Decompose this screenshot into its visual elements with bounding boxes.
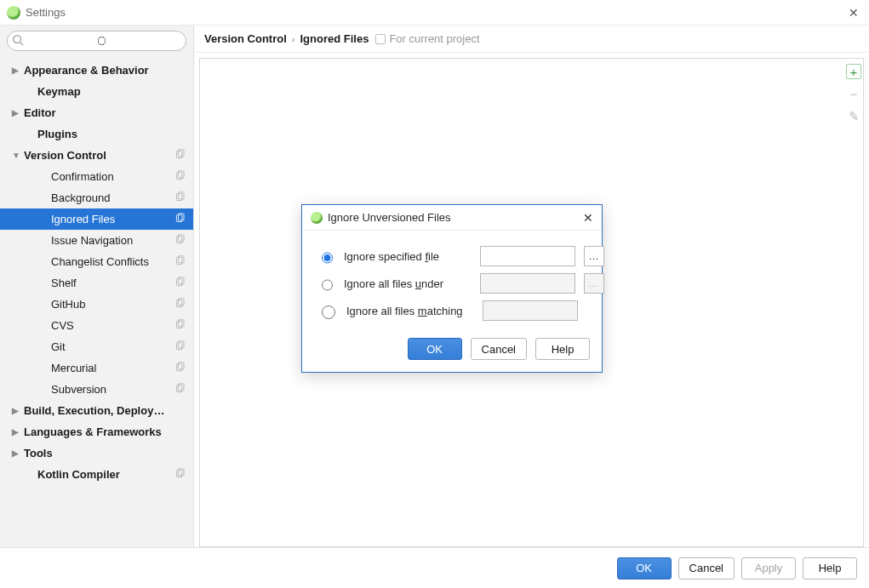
field-ignore-matching (483, 300, 578, 321)
tree-item-label: Editor (24, 106, 171, 119)
label-ignore-matching: Ignore all files matching (346, 305, 474, 317)
radio-ignore-all-under[interactable] (322, 278, 333, 292)
settings-button-bar: OK Cancel Apply Help (0, 547, 869, 588)
svg-line-1 (20, 43, 24, 46)
tree-item-label: Kotlin Compiler (37, 468, 171, 481)
tree-item-languages-frameworks[interactable]: ▶Languages & Frameworks (0, 421, 193, 442)
tree-item-label: GitHub (51, 298, 171, 311)
close-icon[interactable]: ✕ (583, 211, 593, 225)
radio-ignore-specified-file[interactable] (322, 251, 333, 265)
copy-settings-icon[interactable] (174, 468, 186, 480)
remove-button: − (846, 86, 861, 101)
tree-item-tools[interactable]: ▶Tools (0, 442, 193, 464)
tree-item-version-control[interactable]: ▼Version Control (0, 145, 193, 166)
field-ignore-specified-file[interactable] (480, 246, 575, 266)
apply-button: Apply (741, 557, 796, 579)
tree-item-label: Plugins (37, 128, 171, 140)
scope-label: For current project (375, 32, 479, 45)
app-icon (7, 6, 20, 20)
copy-settings-icon[interactable] (174, 277, 186, 288)
breadcrumb: Version Control › Ignored Files For curr… (194, 26, 869, 53)
option-ignore-specified-file: Ignore specified file ... (317, 243, 588, 270)
chevron-right-icon[interactable]: ▶ (12, 66, 22, 75)
tree-item-label: Tools (24, 447, 171, 460)
chevron-right-icon[interactable]: ▶ (12, 108, 22, 117)
tree-item-appearance-behavior[interactable]: ▶Appearance & Behavior (0, 60, 193, 81)
dialog-cancel-button[interactable]: Cancel (471, 338, 527, 360)
dialog-help-button[interactable]: Help (535, 338, 590, 360)
tree-item-background[interactable]: Background (0, 187, 193, 208)
chevron-right-icon[interactable]: ▶ (12, 427, 22, 437)
option-ignore-all-under: Ignore all files under ... (317, 270, 588, 297)
svg-point-0 (14, 36, 21, 43)
label-ignore-specified-file: Ignore specified file (344, 250, 472, 263)
ok-button[interactable]: OK (617, 557, 672, 579)
chevron-right-icon: › (292, 34, 295, 44)
dialog-titlebar: Ignore Unversioned Files ✕ (302, 205, 602, 231)
tree-item-label: Ignored Files (51, 213, 171, 225)
tree-item-mercurial[interactable]: Mercurial (0, 357, 193, 379)
tree-item-ignored-files[interactable]: Ignored Files (0, 208, 193, 230)
settings-tree: ▶Appearance & BehaviorKeymap▶EditorPlugi… (0, 56, 193, 485)
copy-settings-icon[interactable] (174, 213, 186, 225)
chevron-right-icon[interactable]: ▶ (12, 448, 22, 458)
copy-settings-icon[interactable] (174, 191, 186, 203)
chevron-right-icon[interactable]: ▶ (12, 406, 22, 415)
help-button[interactable]: Help (803, 557, 857, 579)
copy-settings-icon[interactable] (174, 298, 186, 310)
add-button[interactable]: + (846, 64, 861, 79)
browse-specified-file-button[interactable]: ... (584, 246, 604, 266)
copy-settings-icon[interactable] (174, 340, 186, 352)
tree-item-label: Appearance & Behavior (24, 64, 171, 77)
project-scope-icon (375, 34, 386, 44)
tree-item-issue-navigation[interactable]: Issue Navigation (0, 230, 193, 251)
browse-all-under-button: ... (584, 273, 604, 294)
cancel-button[interactable]: Cancel (678, 557, 735, 579)
dialog-title: Ignore Unversioned Files (328, 211, 583, 224)
option-ignore-matching: Ignore all files matching (317, 297, 588, 324)
close-icon[interactable]: ✕ (845, 6, 862, 20)
chevron-down-icon[interactable]: ▼ (12, 151, 22, 160)
tree-item-label: Changelist Conflicts (51, 255, 171, 268)
tree-item-subversion[interactable]: Subversion (0, 379, 193, 400)
copy-settings-icon[interactable] (174, 362, 186, 374)
tree-item-git[interactable]: Git (0, 336, 193, 357)
settings-search-input[interactable] (7, 31, 186, 51)
copy-settings-icon[interactable] (174, 149, 186, 161)
tree-item-build-execution-deployment[interactable]: ▶Build, Execution, Deployment (0, 400, 193, 421)
tree-item-confirmation[interactable]: Confirmation (0, 166, 193, 187)
tree-item-editor[interactable]: ▶Editor (0, 102, 193, 123)
tree-item-cvs[interactable]: CVS (0, 315, 193, 336)
field-ignore-all-under (480, 273, 575, 294)
copy-settings-icon[interactable] (174, 383, 186, 395)
tree-item-label: Subversion (51, 383, 171, 396)
titlebar: Settings ✕ (0, 0, 869, 26)
tree-item-label: Shelf (51, 277, 171, 289)
tree-item-label: Issue Navigation (51, 234, 171, 247)
copy-settings-icon[interactable] (174, 319, 186, 331)
app-icon (311, 212, 323, 224)
ignore-unversioned-dialog: Ignore Unversioned Files ✕ Ignore specif… (301, 204, 603, 373)
edit-button: ✎ (846, 108, 861, 123)
radio-ignore-matching[interactable] (322, 305, 335, 319)
tree-item-kotlin-compiler[interactable]: Kotlin Compiler (0, 464, 193, 485)
tree-item-keymap[interactable]: Keymap (0, 81, 193, 102)
tree-item-label: Background (51, 191, 171, 204)
settings-sidebar: ▶Appearance & BehaviorKeymap▶EditorPlugi… (0, 26, 194, 547)
copy-settings-icon[interactable] (174, 170, 186, 182)
search-icon (12, 34, 24, 46)
tree-item-shelf[interactable]: Shelf (0, 272, 193, 294)
window-title: Settings (26, 6, 66, 19)
tree-item-label: Git (51, 340, 171, 353)
tree-item-github[interactable]: GitHub (0, 294, 193, 315)
dialog-ok-button[interactable]: OK (408, 338, 462, 360)
dialog-button-bar: OK Cancel Help (302, 329, 602, 372)
copy-settings-icon[interactable] (174, 255, 186, 267)
tree-item-plugins[interactable]: Plugins (0, 123, 193, 145)
scope-text: For current project (389, 32, 479, 45)
panel-toolbar: + − ✎ (844, 59, 863, 123)
copy-settings-icon[interactable] (174, 234, 186, 246)
breadcrumb-parent[interactable]: Version Control (204, 32, 287, 45)
tree-item-changelist-conflicts[interactable]: Changelist Conflicts (0, 251, 193, 272)
tree-item-label: Keymap (37, 85, 171, 98)
